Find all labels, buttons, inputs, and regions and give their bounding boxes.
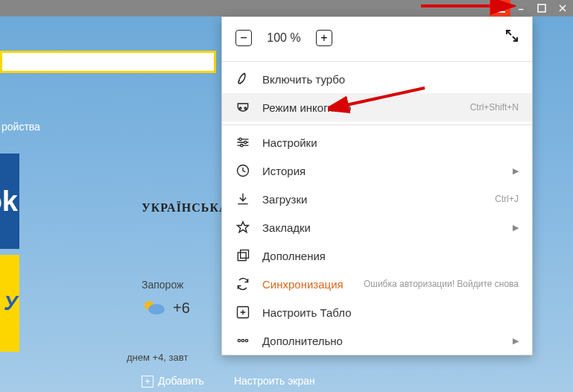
window-titlebar bbox=[0, 0, 573, 16]
menu-item-label: Включить турбо bbox=[262, 73, 519, 86]
svg-point-5 bbox=[241, 145, 243, 147]
maximize-button[interactable] bbox=[531, 0, 552, 16]
menu-item-label: Дополнительно bbox=[262, 335, 495, 347]
zoom-in-button[interactable]: + bbox=[316, 30, 332, 46]
mask-icon bbox=[235, 100, 250, 115]
menu-item-label: Закладки bbox=[262, 221, 495, 234]
forecast-text: днем +4, завт bbox=[127, 352, 188, 363]
sync-menu-item[interactable]: Синхронизация Ошибка авторизации! Войдит… bbox=[222, 270, 532, 298]
star-icon bbox=[235, 220, 250, 235]
main-dropdown-menu: − 100 % + Включить турбо Режим инкогнито… bbox=[221, 16, 533, 355]
shortcut-hint: Ctrl+J bbox=[495, 194, 519, 204]
fullscreen-button[interactable] bbox=[505, 29, 519, 46]
menu-item-label: Дополнения bbox=[262, 250, 519, 262]
svg-point-10 bbox=[238, 339, 240, 341]
bottom-toolbar: +Добавить Настроить экран bbox=[142, 375, 315, 388]
devices-link[interactable]: ройства bbox=[0, 121, 40, 133]
rocket-icon bbox=[235, 72, 250, 86]
shortcut-hint: Ctrl+Shift+N bbox=[470, 102, 519, 113]
sliders-icon bbox=[235, 135, 250, 150]
dots-icon bbox=[235, 333, 250, 348]
svg-point-2 bbox=[148, 304, 165, 314]
download-icon bbox=[235, 192, 250, 206]
chevron-right-icon: ▶ bbox=[513, 223, 519, 233]
customize-tableau-menu-item[interactable]: Настроить Табло bbox=[222, 298, 532, 326]
addons-menu-item[interactable]: Дополнения bbox=[222, 241, 532, 270]
main-menu-button[interactable] bbox=[490, 0, 510, 16]
menu-item-label: Режим инкогнито bbox=[262, 101, 458, 114]
weather-icon bbox=[142, 298, 167, 318]
sync-error-hint: Ошибка авторизации! Войдите снова bbox=[364, 279, 519, 289]
settings-menu-item[interactable]: Настройки bbox=[222, 128, 532, 157]
svg-point-12 bbox=[245, 339, 247, 341]
sync-icon bbox=[235, 276, 250, 291]
weather-city: Запорож bbox=[142, 279, 183, 291]
layers-icon bbox=[235, 248, 250, 263]
svg-rect-7 bbox=[238, 253, 246, 261]
zoom-value: 100 % bbox=[265, 31, 303, 45]
menu-item-label: Настройки bbox=[262, 136, 519, 149]
downloads-menu-item[interactable]: Загрузки Ctrl+J bbox=[222, 185, 532, 213]
menu-item-label: История bbox=[262, 165, 495, 177]
weather-tile[interactable]: У bbox=[0, 255, 19, 352]
more-menu-item[interactable]: Дополнительно ▶ bbox=[222, 326, 532, 355]
zoom-controls: − 100 % + bbox=[222, 17, 532, 58]
svg-point-11 bbox=[241, 339, 244, 341]
facebook-tile[interactable]: ok bbox=[0, 154, 19, 249]
chevron-right-icon: ▶ bbox=[513, 336, 519, 346]
chevron-right-icon: ▶ bbox=[513, 166, 519, 176]
minimize-button[interactable] bbox=[510, 0, 531, 16]
search-input[interactable] bbox=[0, 51, 216, 73]
menu-item-label: Загрузки bbox=[262, 193, 483, 206]
incognito-menu-item[interactable]: Режим инкогнито Ctrl+Shift+N bbox=[222, 93, 532, 121]
weather-block: Запорож +6 bbox=[142, 279, 190, 318]
menu-item-label: Настроить Табло bbox=[262, 306, 519, 319]
clock-icon bbox=[235, 163, 250, 178]
svg-rect-8 bbox=[241, 250, 249, 259]
svg-point-4 bbox=[244, 141, 247, 143]
customize-screen-button[interactable]: Настроить экран bbox=[234, 375, 315, 388]
svg-rect-0 bbox=[538, 4, 545, 12]
temperature: +6 bbox=[173, 300, 190, 317]
plus-box-icon bbox=[235, 305, 250, 320]
svg-point-3 bbox=[239, 138, 241, 140]
bookmarks-menu-item[interactable]: Закладки ▶ bbox=[222, 213, 532, 241]
add-button[interactable]: +Добавить bbox=[142, 375, 204, 388]
news-heading: УКРАЇНСЬКА bbox=[142, 201, 229, 215]
turbo-menu-item[interactable]: Включить турбо bbox=[222, 65, 532, 93]
history-menu-item[interactable]: История ▶ bbox=[222, 157, 532, 185]
close-button[interactable] bbox=[552, 0, 573, 16]
menu-item-label: Синхронизация bbox=[262, 278, 352, 291]
zoom-out-button[interactable]: − bbox=[235, 30, 252, 46]
